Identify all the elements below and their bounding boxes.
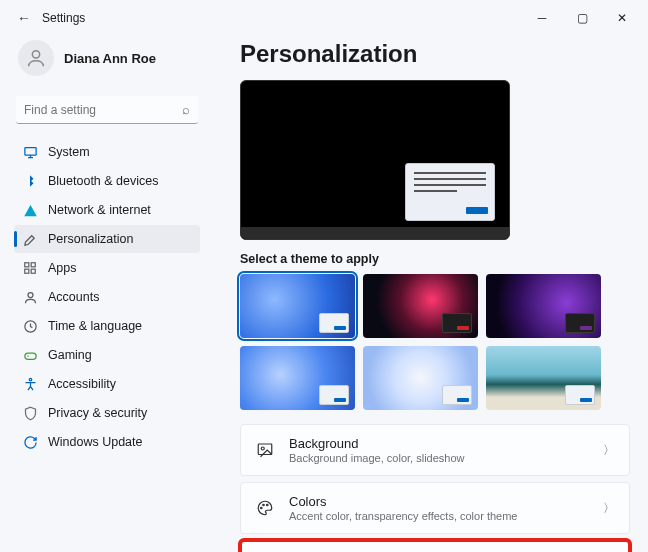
nav-label: Apps	[48, 261, 77, 275]
nav-label: Gaming	[48, 348, 92, 362]
theme-chip	[442, 385, 472, 405]
update-icon	[22, 434, 38, 450]
row-texts: Colors Accent color, transparency effect…	[289, 494, 589, 522]
nav-item-gaming[interactable]: Gaming	[14, 341, 200, 369]
nav-label: Bluetooth & devices	[48, 174, 159, 188]
background-icon	[255, 440, 275, 460]
accessibility-icon	[22, 376, 38, 392]
user-name: Diana Ann Roe	[64, 51, 156, 66]
row-subtitle: Background image, color, slideshow	[289, 452, 589, 464]
search-input[interactable]	[24, 103, 182, 117]
bluetooth-icon	[22, 173, 38, 189]
nav-label: Accounts	[48, 290, 99, 304]
theme-bloom-blue[interactable]	[240, 346, 355, 410]
setting-row-colors[interactable]: Colors Accent color, transparency effect…	[240, 482, 630, 534]
svg-rect-4	[25, 269, 29, 273]
row-texts: Background Background image, color, slid…	[289, 436, 589, 464]
theme-windows-light[interactable]	[240, 274, 355, 338]
nav-item-brush[interactable]: Personalization	[14, 225, 200, 253]
theme-chip	[319, 385, 349, 405]
svg-point-6	[28, 292, 33, 297]
chevron-right-icon: 〉	[603, 500, 615, 517]
select-theme-label: Select a theme to apply	[240, 252, 630, 266]
setting-row-themes[interactable]: Themes Install, create, manage 〉	[240, 540, 630, 552]
theme-landscape[interactable]	[486, 346, 601, 410]
nav-item-accounts[interactable]: Accounts	[14, 283, 200, 311]
search-box[interactable]: ⌕	[16, 96, 198, 124]
nav-item-privacy[interactable]: Privacy & security	[14, 399, 200, 427]
nav-label: Accessibility	[48, 377, 116, 391]
sidebar: Diana Ann Roe ⌕ SystemBluetooth & device…	[0, 36, 210, 552]
wifi-icon	[22, 202, 38, 218]
titlebar: ← Settings ─ ▢ ✕	[0, 0, 648, 36]
theme-chip	[442, 313, 472, 333]
avatar	[18, 40, 54, 76]
nav-item-accessibility[interactable]: Accessibility	[14, 370, 200, 398]
nav-label: Privacy & security	[48, 406, 147, 420]
svg-rect-3	[31, 263, 35, 267]
theme-chip	[319, 313, 349, 333]
close-button[interactable]: ✕	[602, 4, 642, 32]
nav-item-update[interactable]: Windows Update	[14, 428, 200, 456]
back-button[interactable]: ←	[12, 10, 36, 26]
minimize-button[interactable]: ─	[522, 4, 562, 32]
nav-label: Personalization	[48, 232, 133, 246]
svg-point-11	[261, 447, 264, 450]
nav-label: Time & language	[48, 319, 142, 333]
search-icon: ⌕	[182, 102, 190, 117]
page-heading: Personalization	[240, 40, 630, 68]
nav-item-wifi[interactable]: Network & internet	[14, 196, 200, 224]
row-title: Background	[289, 436, 589, 451]
setting-row-background[interactable]: Background Background image, color, slid…	[240, 424, 630, 476]
theme-chip	[565, 313, 595, 333]
profile[interactable]: Diana Ann Roe	[14, 36, 200, 90]
main-content: Personalization Select a theme to apply …	[210, 36, 648, 552]
nav-item-bluetooth[interactable]: Bluetooth & devices	[14, 167, 200, 195]
chevron-right-icon: 〉	[603, 442, 615, 459]
apps-icon	[22, 260, 38, 276]
privacy-icon	[22, 405, 38, 421]
svg-point-14	[267, 504, 269, 506]
theme-grid	[240, 274, 610, 410]
row-subtitle: Accent color, transparency effects, colo…	[289, 510, 589, 522]
system-icon	[22, 144, 38, 160]
svg-rect-5	[31, 269, 35, 273]
maximize-button[interactable]: ▢	[562, 4, 602, 32]
svg-rect-1	[24, 147, 35, 155]
nav-label: Windows Update	[48, 435, 143, 449]
nav-list: SystemBluetooth & devicesNetwork & inter…	[14, 138, 200, 456]
brush-icon	[22, 231, 38, 247]
nav-label: System	[48, 145, 90, 159]
accounts-icon	[22, 289, 38, 305]
row-title: Colors	[289, 494, 589, 509]
settings-list: Background Background image, color, slid…	[240, 424, 630, 552]
nav-label: Network & internet	[48, 203, 151, 217]
nav-item-system[interactable]: System	[14, 138, 200, 166]
theme-windows-dark[interactable]	[363, 274, 478, 338]
time-icon	[22, 318, 38, 334]
colors-icon	[255, 498, 275, 518]
window-controls: ─ ▢ ✕	[522, 4, 642, 32]
theme-glow[interactable]	[486, 274, 601, 338]
svg-point-13	[263, 504, 265, 506]
preview-taskbar	[241, 227, 509, 239]
theme-chip	[565, 385, 595, 405]
svg-point-0	[32, 51, 39, 58]
svg-rect-8	[24, 353, 35, 359]
desktop-preview	[240, 80, 510, 240]
nav-item-time[interactable]: Time & language	[14, 312, 200, 340]
svg-rect-2	[25, 263, 29, 267]
gaming-icon	[22, 347, 38, 363]
svg-point-9	[29, 378, 32, 381]
theme-flow[interactable]	[363, 346, 478, 410]
window-title: Settings	[42, 11, 85, 25]
svg-point-12	[261, 507, 263, 509]
nav-item-apps[interactable]: Apps	[14, 254, 200, 282]
preview-window	[405, 163, 495, 221]
